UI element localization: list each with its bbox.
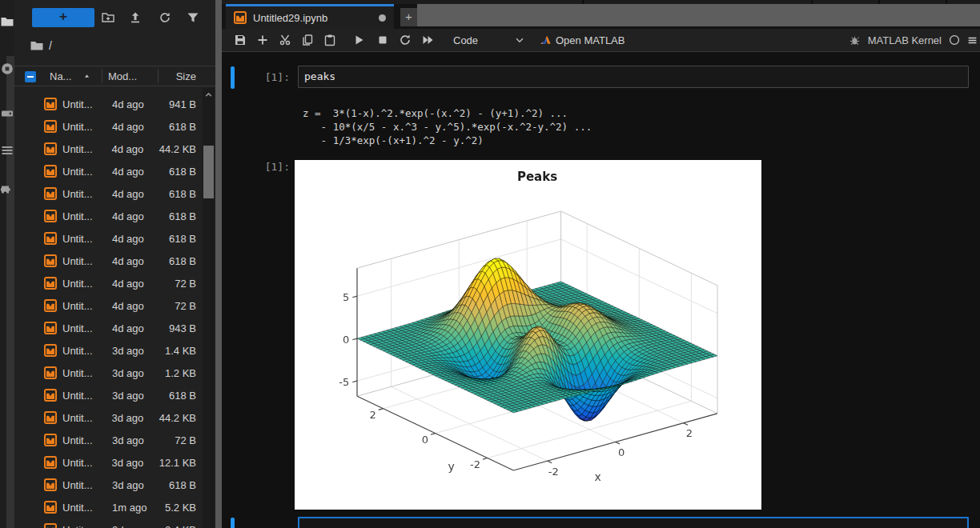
- file-row[interactable]: Untit...4d ago618 B: [14, 160, 215, 182]
- file-row[interactable]: Untit...3d ago2.4 KB: [14, 518, 215, 528]
- run-button[interactable]: [352, 34, 365, 46]
- file-row[interactable]: Untit...3d ago618 B: [14, 384, 215, 406]
- tab-untitled29[interactable]: Untitled29.ipynb: [226, 4, 394, 29]
- save-button[interactable]: [234, 34, 247, 46]
- run-all-button[interactable]: [421, 34, 434, 46]
- file-name: Untit...: [62, 121, 104, 133]
- breadcrumb[interactable]: /: [30, 38, 52, 53]
- file-row[interactable]: Untit...1m ago5.2 KB: [14, 496, 215, 518]
- new-folder-icon[interactable]: [102, 11, 114, 24]
- file-name: Untit...: [62, 434, 104, 446]
- file-modified: 3d ago: [112, 434, 160, 446]
- column-header-name[interactable]: Na...: [50, 70, 71, 82]
- property-inspector-icon[interactable]: [1, 107, 14, 120]
- tab-title: Untitled29.ipynb: [253, 12, 372, 24]
- kernel-menu-icon[interactable]: [967, 35, 978, 46]
- debugger-bug-icon[interactable]: [849, 34, 861, 46]
- activity-bar: [0, 0, 14, 528]
- file-row[interactable]: Untit...3d ago1.2 KB: [14, 362, 215, 384]
- stop-button[interactable]: [376, 34, 389, 46]
- file-name: Untit...: [62, 502, 104, 514]
- file-row[interactable]: Untit...4d ago44.2 KB: [14, 138, 215, 160]
- file-row[interactable]: Untit...3d ago44.2 KB: [14, 406, 215, 429]
- file-row[interactable]: Untit...3d ago618 B: [14, 474, 215, 496]
- home-folder-icon[interactable]: [30, 39, 43, 52]
- file-row[interactable]: Untit...4d ago618 B: [14, 205, 215, 227]
- cell-type-label: Code: [453, 34, 478, 46]
- file-modified: 4d ago: [112, 322, 160, 334]
- open-matlab-button[interactable]: Open MATLAB: [540, 34, 625, 46]
- chevron-down-icon: [514, 34, 525, 46]
- breadcrumb-root[interactable]: /: [49, 39, 52, 52]
- panel-splitter[interactable]: [215, 0, 222, 528]
- new-launcher-button[interactable]: +: [32, 8, 94, 27]
- execution-prompt: [1]:: [230, 66, 290, 89]
- kernel-name[interactable]: MATLAB Kernel: [868, 34, 942, 46]
- matlab-notebook-icon: [234, 11, 247, 24]
- file-name: Untit...: [62, 390, 104, 402]
- file-list-header: Na... Mod... Size: [14, 66, 215, 86]
- refresh-icon[interactable]: [159, 11, 171, 24]
- new-tab-button[interactable]: +: [400, 8, 417, 26]
- file-row[interactable]: Untit...4d ago618 B: [14, 227, 215, 250]
- activity-bar-lower: [6, 56, 14, 528]
- file-modified: 1m ago: [112, 502, 160, 514]
- scroll-up-icon[interactable]: [203, 90, 214, 100]
- cut-button[interactable]: [279, 34, 291, 46]
- matlab-notebook-icon: [44, 366, 57, 379]
- file-modified: 4d ago: [112, 210, 160, 222]
- table-of-contents-icon[interactable]: [1, 144, 14, 157]
- sort-ascending-icon[interactable]: [83, 73, 90, 80]
- folder-icon[interactable]: [1, 15, 14, 28]
- upload-icon[interactable]: [129, 11, 142, 24]
- restart-button[interactable]: [399, 34, 412, 46]
- file-row[interactable]: Untit...3d ago12.1 KB: [14, 451, 215, 474]
- file-row[interactable]: Untit...4d ago618 B: [14, 250, 215, 272]
- cell-type-dropdown[interactable]: Code: [453, 34, 525, 46]
- column-header-size[interactable]: Size: [176, 70, 196, 82]
- file-row[interactable]: Untit...3d ago72 B: [14, 429, 215, 451]
- insert-cell-button[interactable]: [256, 34, 269, 46]
- empty-code-cell-input[interactable]: [298, 517, 969, 528]
- file-row[interactable]: Untit...3d ago1.4 KB: [14, 339, 215, 362]
- scrollbar-thumb[interactable]: [203, 146, 214, 198]
- running-sessions-icon[interactable]: [1, 62, 14, 75]
- file-row[interactable]: Untit...4d ago72 B: [14, 272, 215, 294]
- file-name: Untit...: [62, 143, 103, 155]
- file-name: Untit...: [62, 210, 104, 222]
- jupyterlab-window: + / Na... Mod... Size Untit...4d ago941 …: [0, 0, 980, 528]
- file-name: Untit...: [62, 457, 103, 469]
- file-row[interactable]: Untit...4d ago943 B: [14, 317, 215, 339]
- file-modified: 3d ago: [111, 457, 159, 469]
- tab-bar: Untitled29.ipynb +: [222, 4, 980, 29]
- matlab-notebook-icon: [44, 277, 57, 290]
- file-modified: 4d ago: [112, 188, 160, 200]
- column-header-modified[interactable]: Mod...: [108, 70, 137, 82]
- file-name: Untit...: [62, 188, 104, 200]
- file-row[interactable]: Untit...4d ago941 B: [14, 93, 215, 115]
- file-name: Untit...: [62, 300, 104, 312]
- file-row[interactable]: Untit...4d ago618 B: [14, 182, 215, 205]
- matlab-notebook-icon: [44, 299, 57, 312]
- open-matlab-label: Open MATLAB: [556, 34, 625, 46]
- file-list-scrollbar[interactable]: [203, 88, 215, 528]
- kernel-status-icon[interactable]: [949, 34, 960, 46]
- file-modified: 3d ago: [112, 479, 160, 491]
- unsaved-changes-dot[interactable]: [379, 14, 386, 22]
- main-area: Untitled29.ipynb + Code Open MATLAB MATL…: [222, 0, 980, 528]
- file-modified: 3d ago: [112, 390, 160, 402]
- select-all-checkbox[interactable]: [25, 71, 36, 82]
- copy-button[interactable]: [301, 34, 314, 46]
- filter-icon[interactable]: [187, 11, 199, 24]
- matlab-notebook-icon: [44, 456, 57, 469]
- file-row[interactable]: Untit...4d ago618 B: [14, 115, 215, 138]
- file-name: Untit...: [62, 166, 104, 178]
- active-cell-indicator[interactable]: [231, 518, 235, 528]
- tab-bar-empty-area: [417, 4, 980, 26]
- file-row[interactable]: Untit...4d ago72 B: [14, 294, 215, 317]
- matlab-notebook-icon: [44, 254, 57, 267]
- code-cell-input[interactable]: peaks: [298, 66, 969, 88]
- extensions-icon[interactable]: [1, 185, 14, 198]
- paste-button[interactable]: [323, 34, 336, 46]
- matlab-notebook-icon: [44, 322, 57, 334]
